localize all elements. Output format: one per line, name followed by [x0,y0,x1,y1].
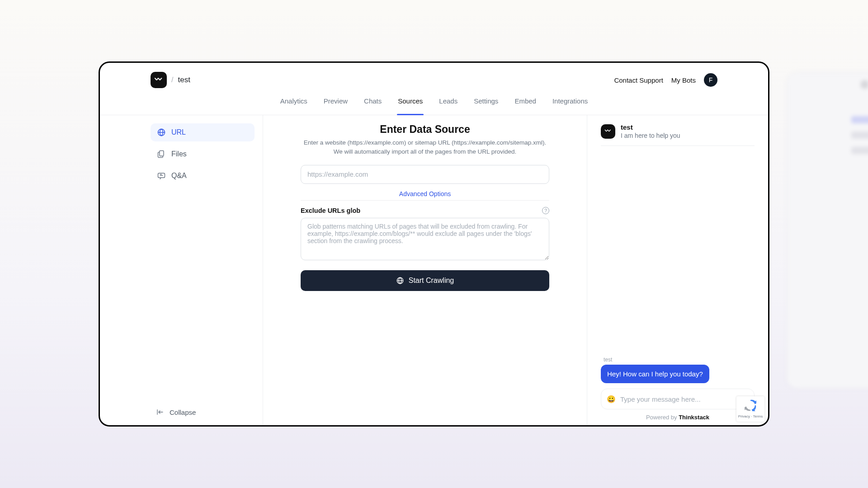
tab-sources[interactable]: Sources [398,97,423,115]
sidebar-item-label: Q&A [171,172,187,180]
collapse-icon [156,408,164,416]
sidebar-item-label: Files [171,150,187,158]
breadcrumb-slash: / [171,76,173,84]
body: URL Files [100,115,768,425]
exclude-label: Exclude URLs glob [301,207,360,214]
brand-logo[interactable] [151,72,167,88]
background-ghost-card [787,72,868,389]
recaptcha-icon [745,399,756,413]
sidebar-item-url[interactable]: URL [151,123,255,141]
svg-rect-1 [160,151,164,156]
chat-message-bubble: Hey! How can I help you today? [601,365,709,383]
main-heading: Enter Data Source [301,123,549,136]
help-icon[interactable]: ? [542,207,549,214]
powered-by-brand[interactable]: Thinkstack [679,414,709,421]
tab-embed[interactable]: Embed [514,97,536,115]
main-panel: Enter Data Source Enter a website (https… [263,115,587,425]
tab-chats[interactable]: Chats [364,97,382,115]
chat-bot-tagline: I am here to help you [621,132,680,139]
app-window: / test Contact Support My Bots F Analyti… [99,61,769,427]
tab-analytics[interactable]: Analytics [280,97,307,115]
user-avatar[interactable]: F [704,73,717,87]
page-title: test [178,75,190,84]
tab-integrations[interactable]: Integrations [552,97,588,115]
main-subtitle: Enter a website (https://example.com) or… [301,138,549,157]
tab-bar: Analytics Preview Chats Sources Leads Se… [100,97,768,115]
sidebar: URL Files [100,115,263,425]
collapse-label: Collapse [170,408,196,416]
contact-support-link[interactable]: Contact Support [614,76,663,84]
recaptcha-terms: Privacy · Terms [738,414,763,418]
advanced-options-toggle[interactable]: Advanced Options [301,190,549,201]
tab-leads[interactable]: Leads [439,97,458,115]
chat-input[interactable] [620,395,749,403]
topbar-right: Contact Support My Bots F [614,73,717,87]
chat-thread: test Hey! How can I help you today? [601,146,755,389]
sidebar-item-files[interactable]: Files [151,145,255,163]
wave-icon [154,74,164,86]
start-crawling-button[interactable]: Start Crawling [301,270,549,291]
chat-input-row: 😀 [601,389,755,409]
crawl-button-label: Start Crawling [409,277,454,285]
globe-icon [396,277,404,285]
sidebar-item-label: URL [171,128,186,136]
my-bots-link[interactable]: My Bots [671,76,696,84]
breadcrumb: / test [151,72,190,88]
topbar: / test Contact Support My Bots F [100,63,768,97]
exclude-urls-input[interactable] [301,218,549,260]
chat-logo [601,124,615,139]
tab-settings[interactable]: Settings [474,97,498,115]
chat-sender-label: test [604,357,755,363]
chat-icon [157,171,166,180]
chat-header: test I am here to help you [601,123,755,146]
powered-by: Powered by Thinkstack [601,414,755,421]
recaptcha-badge[interactable]: Privacy · Terms [736,396,764,422]
globe-icon [157,128,166,137]
tab-preview[interactable]: Preview [324,97,348,115]
emoji-icon[interactable]: 😀 [607,395,616,404]
chat-preview: test I am here to help you test Hey! How… [587,115,768,425]
files-icon [157,150,166,159]
sidebar-item-qa[interactable]: Q&A [151,167,255,185]
url-input[interactable] [301,165,549,184]
chat-bot-name: test [621,123,680,131]
collapse-sidebar-button[interactable]: Collapse [151,408,255,416]
wave-icon [604,127,612,136]
